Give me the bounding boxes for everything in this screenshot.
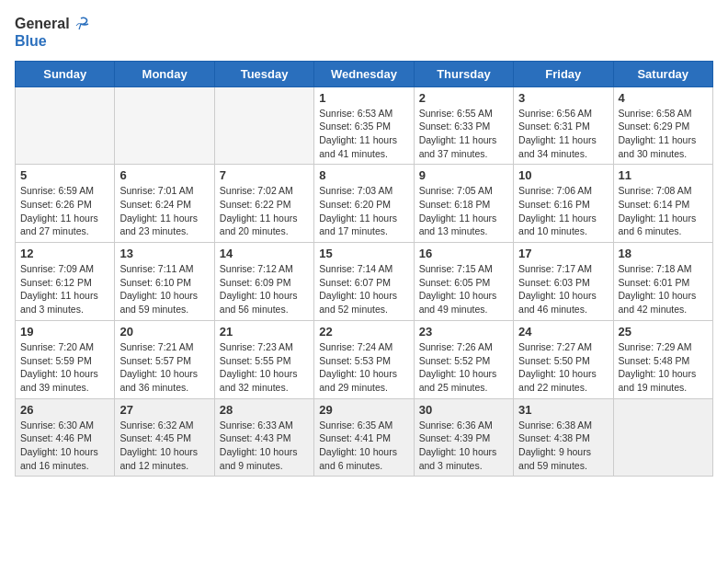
- day-number: 5: [20, 168, 109, 182]
- day-number: 2: [419, 91, 508, 105]
- day-info: Sunrise: 7:26 AM Sunset: 5:52 PM Dayligh…: [419, 340, 508, 395]
- day-info: Sunrise: 7:11 AM Sunset: 6:10 PM Dayligh…: [119, 262, 209, 316]
- calendar-week-row: 26Sunrise: 6:30 AM Sunset: 4:46 PM Dayli…: [16, 398, 713, 477]
- day-info: Sunrise: 7:05 AM Sunset: 6:18 PM Dayligh…: [419, 184, 508, 238]
- day-number: 3: [518, 91, 608, 105]
- weekday-header-saturday: Saturday: [613, 61, 712, 86]
- day-info: Sunrise: 6:30 AM Sunset: 4:46 PM Dayligh…: [20, 419, 109, 473]
- calendar-day-cell: 7Sunrise: 7:02 AM Sunset: 6:22 PM Daylig…: [214, 165, 313, 243]
- calendar-day-cell: [214, 86, 313, 165]
- calendar-day-cell: 6Sunrise: 7:01 AM Sunset: 6:24 PM Daylig…: [115, 165, 214, 243]
- day-info: Sunrise: 7:21 AM Sunset: 5:57 PM Dayligh…: [119, 340, 209, 395]
- calendar-day-cell: 13Sunrise: 7:11 AM Sunset: 6:10 PM Dayli…: [115, 243, 214, 321]
- day-number: 16: [419, 247, 508, 260]
- calendar-header: SundayMondayTuesdayWednesdayThursdayFrid…: [16, 61, 713, 86]
- calendar-week-row: 19Sunrise: 7:20 AM Sunset: 5:59 PM Dayli…: [16, 320, 713, 398]
- day-number: 27: [119, 403, 209, 417]
- calendar-day-cell: 23Sunrise: 7:26 AM Sunset: 5:52 PM Dayli…: [414, 320, 513, 398]
- calendar-day-cell: 24Sunrise: 7:27 AM Sunset: 5:50 PM Dayli…: [514, 320, 613, 398]
- weekday-row: SundayMondayTuesdayWednesdayThursdayFrid…: [16, 61, 713, 86]
- day-info: Sunrise: 6:59 AM Sunset: 6:26 PM Dayligh…: [20, 184, 109, 238]
- day-info: Sunrise: 7:20 AM Sunset: 5:59 PM Dayligh…: [20, 340, 109, 395]
- weekday-header-sunday: Sunday: [16, 61, 115, 86]
- calendar-day-cell: 16Sunrise: 7:15 AM Sunset: 6:05 PM Dayli…: [414, 243, 513, 321]
- weekday-header-monday: Monday: [115, 61, 214, 86]
- calendar-day-cell: 22Sunrise: 7:24 AM Sunset: 5:53 PM Dayli…: [314, 320, 414, 398]
- calendar-day-cell: 4Sunrise: 6:58 AM Sunset: 6:29 PM Daylig…: [613, 86, 712, 165]
- day-number: 12: [20, 247, 109, 260]
- calendar-week-row: 1Sunrise: 6:53 AM Sunset: 6:35 PM Daylig…: [16, 86, 713, 165]
- day-info: Sunrise: 7:24 AM Sunset: 5:53 PM Dayligh…: [319, 340, 408, 395]
- day-info: Sunrise: 6:53 AM Sunset: 6:35 PM Dayligh…: [319, 107, 408, 161]
- calendar-table: SundayMondayTuesdayWednesdayThursdayFrid…: [15, 61, 713, 477]
- calendar-week-row: 12Sunrise: 7:09 AM Sunset: 6:12 PM Dayli…: [16, 243, 713, 321]
- calendar-day-cell: 28Sunrise: 6:33 AM Sunset: 4:43 PM Dayli…: [214, 398, 313, 477]
- calendar-day-cell: 2Sunrise: 6:55 AM Sunset: 6:33 PM Daylig…: [414, 86, 513, 165]
- day-number: 31: [518, 403, 608, 417]
- calendar-day-cell: 27Sunrise: 6:32 AM Sunset: 4:45 PM Dayli…: [115, 398, 214, 477]
- calendar-day-cell: 29Sunrise: 6:35 AM Sunset: 4:41 PM Dayli…: [314, 398, 414, 477]
- day-number: 13: [119, 247, 209, 260]
- day-number: 22: [319, 325, 408, 339]
- day-info: Sunrise: 7:18 AM Sunset: 6:01 PM Dayligh…: [619, 262, 708, 316]
- day-info: Sunrise: 6:35 AM Sunset: 4:41 PM Dayligh…: [319, 419, 408, 473]
- day-info: Sunrise: 7:23 AM Sunset: 5:55 PM Dayligh…: [220, 340, 309, 395]
- day-number: 24: [518, 325, 608, 339]
- day-info: Sunrise: 6:56 AM Sunset: 6:31 PM Dayligh…: [518, 107, 608, 161]
- calendar-day-cell: 14Sunrise: 7:12 AM Sunset: 6:09 PM Dayli…: [214, 243, 313, 321]
- day-info: Sunrise: 7:06 AM Sunset: 6:16 PM Dayligh…: [518, 184, 608, 238]
- day-info: Sunrise: 7:27 AM Sunset: 5:50 PM Dayligh…: [518, 340, 608, 395]
- logo-blue-text: Blue: [15, 33, 90, 50]
- day-number: 23: [419, 325, 508, 339]
- day-info: Sunrise: 7:03 AM Sunset: 6:20 PM Dayligh…: [319, 184, 408, 238]
- day-info: Sunrise: 7:02 AM Sunset: 6:22 PM Dayligh…: [220, 184, 309, 238]
- day-number: 14: [220, 247, 309, 260]
- calendar-day-cell: 26Sunrise: 6:30 AM Sunset: 4:46 PM Dayli…: [16, 398, 115, 477]
- logo-general-text: General: [15, 16, 70, 32]
- day-info: Sunrise: 7:17 AM Sunset: 6:03 PM Dayligh…: [518, 262, 608, 316]
- day-number: 18: [619, 247, 708, 260]
- day-number: 15: [319, 247, 408, 260]
- calendar-day-cell: 30Sunrise: 6:36 AM Sunset: 4:39 PM Dayli…: [414, 398, 513, 477]
- day-number: 17: [518, 247, 608, 260]
- day-number: 11: [619, 168, 708, 182]
- day-info: Sunrise: 7:29 AM Sunset: 5:48 PM Dayligh…: [619, 340, 708, 395]
- day-number: 26: [20, 403, 109, 417]
- calendar-day-cell: 5Sunrise: 6:59 AM Sunset: 6:26 PM Daylig…: [16, 165, 115, 243]
- logo: General Blue: [15, 15, 90, 50]
- header-area: General Blue: [15, 15, 713, 50]
- day-info: Sunrise: 6:36 AM Sunset: 4:39 PM Dayligh…: [419, 419, 508, 473]
- calendar-day-cell: 1Sunrise: 6:53 AM Sunset: 6:35 PM Daylig…: [314, 86, 414, 165]
- day-number: 20: [119, 325, 209, 339]
- day-info: Sunrise: 6:55 AM Sunset: 6:33 PM Dayligh…: [419, 107, 508, 161]
- weekday-header-friday: Friday: [514, 61, 613, 86]
- day-number: 29: [319, 403, 408, 417]
- day-info: Sunrise: 7:09 AM Sunset: 6:12 PM Dayligh…: [20, 262, 109, 316]
- day-info: Sunrise: 7:08 AM Sunset: 6:14 PM Dayligh…: [619, 184, 708, 238]
- calendar-day-cell: [16, 86, 115, 165]
- calendar-day-cell: 21Sunrise: 7:23 AM Sunset: 5:55 PM Dayli…: [214, 320, 313, 398]
- calendar-day-cell: [613, 398, 712, 477]
- day-number: 25: [619, 325, 708, 339]
- calendar-day-cell: 9Sunrise: 7:05 AM Sunset: 6:18 PM Daylig…: [414, 165, 513, 243]
- calendar-day-cell: 3Sunrise: 6:56 AM Sunset: 6:31 PM Daylig…: [514, 86, 613, 165]
- calendar-day-cell: 11Sunrise: 7:08 AM Sunset: 6:14 PM Dayli…: [613, 165, 712, 243]
- day-info: Sunrise: 7:15 AM Sunset: 6:05 PM Dayligh…: [419, 262, 508, 316]
- day-info: Sunrise: 6:33 AM Sunset: 4:43 PM Dayligh…: [220, 419, 309, 473]
- calendar-day-cell: 25Sunrise: 7:29 AM Sunset: 5:48 PM Dayli…: [613, 320, 712, 398]
- calendar-body: 1Sunrise: 6:53 AM Sunset: 6:35 PM Daylig…: [16, 86, 713, 477]
- day-info: Sunrise: 6:38 AM Sunset: 4:38 PM Dayligh…: [518, 419, 608, 473]
- calendar-day-cell: 10Sunrise: 7:06 AM Sunset: 6:16 PM Dayli…: [514, 165, 613, 243]
- day-number: 8: [319, 168, 408, 182]
- weekday-header-tuesday: Tuesday: [214, 61, 313, 86]
- calendar-week-row: 5Sunrise: 6:59 AM Sunset: 6:26 PM Daylig…: [16, 165, 713, 243]
- calendar-day-cell: 19Sunrise: 7:20 AM Sunset: 5:59 PM Dayli…: [16, 320, 115, 398]
- calendar-day-cell: [115, 86, 214, 165]
- day-number: 30: [419, 403, 508, 417]
- day-number: 10: [518, 168, 608, 182]
- day-info: Sunrise: 7:01 AM Sunset: 6:24 PM Dayligh…: [119, 184, 209, 238]
- day-number: 1: [319, 91, 408, 105]
- day-number: 28: [220, 403, 309, 417]
- calendar-day-cell: 20Sunrise: 7:21 AM Sunset: 5:57 PM Dayli…: [115, 320, 214, 398]
- calendar-day-cell: 31Sunrise: 6:38 AM Sunset: 4:38 PM Dayli…: [514, 398, 613, 477]
